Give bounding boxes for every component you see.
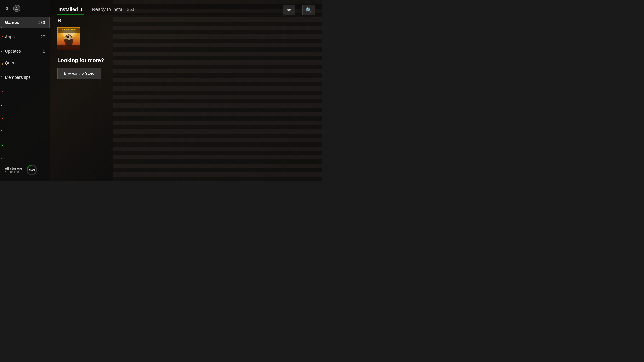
- looking-for-more-section: Looking for more? Browse the Store: [58, 57, 315, 79]
- screen: Games 259 Apps 27 Updates 1 Queue: [0, 0, 322, 181]
- updates-nav-count: 1: [43, 49, 45, 54]
- installed-tab-underline: [58, 14, 84, 15]
- svg-point-8: [68, 36, 70, 38]
- sidebar-item-queue[interactable]: Queue: [0, 57, 50, 69]
- tv-frame: Games 259 Apps 27 Updates 1 Queue: [0, 0, 322, 181]
- search-button[interactable]: 🔍: [302, 5, 315, 15]
- updates-nav-label: Updates: [5, 49, 21, 54]
- ready-tab-count: 258: [127, 7, 134, 12]
- memberships-nav-label: Memberships: [5, 75, 31, 80]
- sidebar-navigation: Games 259 Apps 27 Updates 1 Queue: [0, 14, 50, 160]
- storage-circle: 22.7%: [26, 164, 38, 176]
- borderlands2-cover: BORDERLANDS 2: [58, 27, 80, 50]
- games-grid: BORDERLANDS 2: [58, 27, 315, 50]
- storage-section: All storage 4.1 TB free 22.7%: [0, 160, 50, 181]
- queue-nav-label: Queue: [5, 60, 18, 66]
- search-icon: 🔍: [306, 7, 312, 13]
- games-nav-count: 259: [38, 20, 45, 25]
- apps-nav-count: 27: [40, 35, 45, 39]
- section-letter-b: B: [58, 17, 315, 24]
- sidebar-item-updates[interactable]: Updates 1: [0, 45, 50, 57]
- sidebar: Games 259 Apps 27 Updates 1 Queue: [0, 0, 50, 181]
- installed-tab-count: 1: [80, 7, 83, 12]
- storage-percentage: 22.7%: [26, 164, 38, 176]
- filter-button[interactable]: ⚰: [283, 5, 295, 15]
- profile-avatar[interactable]: [13, 5, 20, 12]
- svg-rect-9: [66, 40, 71, 45]
- sidebar-item-games[interactable]: Games 259: [0, 17, 50, 28]
- nav-divider-1: [4, 30, 46, 30]
- sidebar-item-apps[interactable]: Apps 27: [0, 31, 50, 43]
- storage-label: All storage: [5, 166, 22, 170]
- browse-store-button[interactable]: Browse the Store: [58, 68, 101, 79]
- sidebar-item-memberships[interactable]: Memberships: [0, 72, 50, 83]
- nav-divider-2: [4, 44, 46, 44]
- main-content: Installed 1 Ready to install 258 ⚰ 🔍: [50, 0, 322, 181]
- looking-more-title: Looking for more?: [58, 57, 315, 63]
- ready-tab-label: Ready to install: [92, 7, 124, 12]
- controller-icon[interactable]: [4, 5, 10, 12]
- storage-info: All storage 4.1 TB free: [5, 166, 22, 174]
- tabs-bar: Installed 1 Ready to install 258 ⚰ 🔍: [50, 0, 322, 15]
- tab-ready-to-install[interactable]: Ready to install 258: [91, 5, 135, 15]
- sidebar-header: [0, 0, 50, 14]
- svg-point-11: [71, 37, 73, 39]
- apps-nav-label: Apps: [5, 34, 14, 39]
- games-nav-label: Games: [5, 20, 19, 25]
- svg-rect-15: [58, 45, 80, 50]
- filter-icon: ⚰: [287, 7, 291, 13]
- content-area: B: [50, 15, 322, 181]
- game-tile-borderlands2[interactable]: BORDERLANDS 2: [58, 27, 80, 50]
- active-indicator: [49, 17, 50, 28]
- storage-free: 4.1 TB free: [5, 170, 22, 174]
- nav-divider-3: [4, 70, 46, 70]
- svg-text:2: 2: [68, 30, 69, 32]
- svg-point-10: [64, 37, 66, 39]
- installed-tab-label: Installed: [58, 7, 78, 12]
- tab-installed[interactable]: Installed 1: [58, 5, 84, 15]
